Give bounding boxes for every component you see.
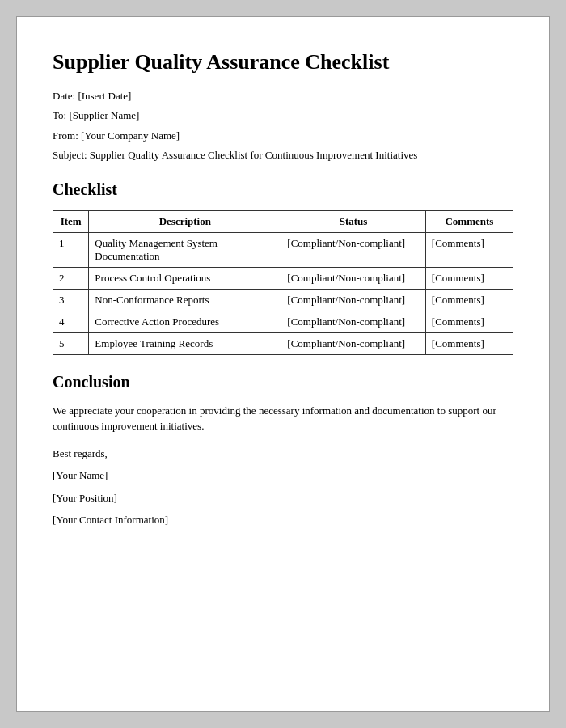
to-field: To: [Supplier Name] xyxy=(53,108,513,123)
cell-status: [Compliant/Non-compliant] xyxy=(281,267,425,289)
cell-comments: [Comments] xyxy=(425,232,513,267)
table-row: 1Quality Management System Documentation… xyxy=(53,232,513,267)
col-status: Status xyxy=(281,210,425,232)
position-line: [Your Position] xyxy=(53,490,513,506)
table-row: 2Process Control Operations[Compliant/No… xyxy=(53,267,513,289)
cell-status: [Compliant/Non-compliant] xyxy=(281,311,425,332)
document-page: Supplier Quality Assurance Checklist Dat… xyxy=(16,16,550,712)
cell-comments: [Comments] xyxy=(425,289,513,311)
date-field: Date: [Insert Date] xyxy=(53,89,513,104)
table-header-row: Item Description Status Comments xyxy=(53,210,513,232)
table-row: 5Employee Training Records[Compliant/Non… xyxy=(53,332,513,354)
conclusion-heading: Conclusion xyxy=(53,373,513,392)
cell-comments: [Comments] xyxy=(425,332,513,354)
col-description: Description xyxy=(89,210,281,232)
table-row: 3Non-Conformance Reports[Compliant/Non-c… xyxy=(53,289,513,311)
col-item: Item xyxy=(53,210,89,232)
subject-field: Subject: Supplier Quality Assurance Chec… xyxy=(53,148,513,163)
cell-description: Quality Management System Documentation xyxy=(89,232,281,267)
cell-status: [Compliant/Non-compliant] xyxy=(281,232,425,267)
cell-item: 2 xyxy=(53,267,89,289)
cell-comments: [Comments] xyxy=(425,311,513,332)
checklist-table: Item Description Status Comments 1Qualit… xyxy=(53,210,513,355)
cell-status: [Compliant/Non-compliant] xyxy=(281,289,425,311)
cell-description: Employee Training Records xyxy=(89,332,281,354)
document-title: Supplier Quality Assurance Checklist xyxy=(53,49,513,74)
contact-line: [Your Contact Information] xyxy=(53,512,513,528)
cell-item: 1 xyxy=(53,232,89,267)
cell-description: Corrective Action Procedures xyxy=(89,311,281,332)
cell-item: 4 xyxy=(53,311,89,332)
checklist-heading: Checklist xyxy=(53,180,513,199)
conclusion-body: We appreciate your cooperation in provid… xyxy=(53,403,513,434)
cell-comments: [Comments] xyxy=(425,267,513,289)
from-field: From: [Your Company Name] xyxy=(53,129,513,143)
name-line: [Your Name] xyxy=(53,468,513,484)
col-comments: Comments xyxy=(425,210,513,232)
cell-description: Process Control Operations xyxy=(89,267,281,289)
cell-status: [Compliant/Non-compliant] xyxy=(281,332,425,354)
cell-item: 5 xyxy=(53,332,89,354)
closing-line: Best regards, xyxy=(53,446,513,462)
table-row: 4Corrective Action Procedures[Compliant/… xyxy=(53,311,513,332)
cell-item: 3 xyxy=(53,289,89,311)
cell-description: Non-Conformance Reports xyxy=(89,289,281,311)
